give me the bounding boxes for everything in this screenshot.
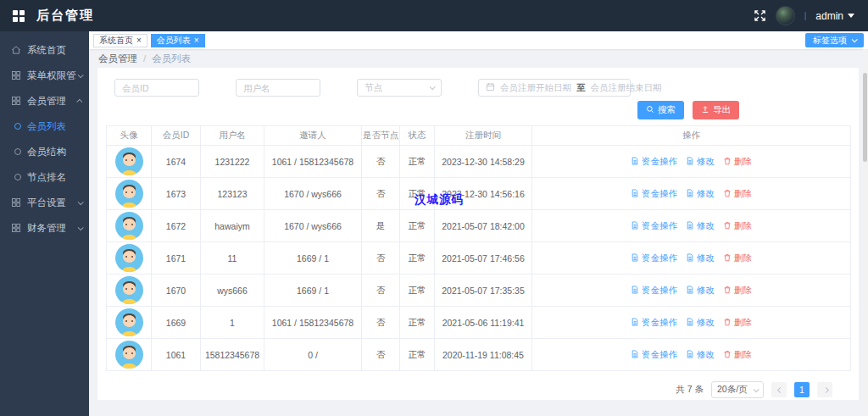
- fund-operation-link[interactable]: 资金操作: [631, 188, 677, 200]
- tab-member-list[interactable]: 会员列表 ×: [151, 34, 205, 47]
- table-row: 1061 15812345678 0 / 否 正常 2020-11-19 11:…: [107, 339, 851, 371]
- fund-operation-link[interactable]: 资金操作: [631, 317, 677, 329]
- next-page-button[interactable]: [817, 382, 832, 397]
- delete-link[interactable]: 删除: [723, 220, 752, 232]
- chevron-right-icon: [822, 386, 828, 392]
- app-logo: 后台管理: [0, 8, 94, 24]
- cell-inviter: 0 /: [264, 339, 362, 371]
- edit-label: 修改: [697, 285, 715, 297]
- document-icon: [686, 253, 694, 263]
- delete-link[interactable]: 删除: [723, 156, 752, 168]
- radio-circle-icon: [14, 174, 21, 180]
- edit-link[interactable]: 修改: [686, 349, 715, 361]
- chevron-down-icon: [78, 199, 84, 205]
- delete-label: 删除: [734, 317, 752, 329]
- edit-link[interactable]: 修改: [686, 317, 715, 329]
- cell-is-node: 否: [362, 339, 400, 371]
- table-row: 1672 hawaiym 1670 / wys666 是 正常 2021-05-…: [107, 210, 851, 242]
- edit-label: 修改: [697, 349, 715, 361]
- cell-is-node: 否: [362, 307, 400, 339]
- breadcrumb-separator: /: [143, 53, 146, 64]
- sidebar-item-platform-settings[interactable]: 平台设置: [0, 190, 89, 215]
- user-menu[interactable]: admin: [815, 10, 854, 22]
- document-icon: [631, 350, 639, 360]
- export-icon: [701, 105, 709, 115]
- member-avatar: [115, 147, 143, 175]
- delete-link[interactable]: 删除: [723, 285, 752, 297]
- radio-circle-icon: [14, 123, 21, 130]
- close-icon[interactable]: ×: [136, 36, 142, 45]
- delete-label: 删除: [734, 156, 752, 168]
- page-size-select[interactable]: 20条/页: [711, 381, 764, 398]
- edit-link[interactable]: 修改: [686, 252, 715, 264]
- cell-status: 正常: [400, 307, 435, 339]
- scrollbar[interactable]: [863, 49, 867, 413]
- sidebar-item-finance-management[interactable]: 财务管理: [0, 215, 89, 241]
- chevron-down-icon: [78, 225, 84, 230]
- sidebar: 系统首页 菜单权限管理 会员管理 会员列表 会员结构 节点排名: [0, 31, 89, 416]
- fund-operation-link[interactable]: 资金操作: [631, 349, 677, 361]
- sidebar-item-member-management[interactable]: 会员管理: [0, 88, 89, 114]
- fund-operation-link[interactable]: 资金操作: [631, 252, 677, 264]
- cell-status: 正常: [400, 178, 435, 210]
- cell-is-node: 否: [362, 178, 400, 210]
- sidebar-item-member-list[interactable]: 会员列表: [0, 114, 89, 139]
- delete-link[interactable]: 删除: [723, 252, 752, 264]
- cell-inviter: 1061 / 15812345678: [264, 146, 362, 178]
- chevron-down-icon: [852, 36, 858, 42]
- app-title: 后台管理: [36, 8, 94, 24]
- prev-page-button[interactable]: [771, 382, 787, 397]
- tag-options-button[interactable]: 标签选项: [805, 33, 864, 47]
- edit-link[interactable]: 修改: [686, 285, 715, 297]
- edit-label: 修改: [697, 156, 715, 168]
- scrollbar-thumb[interactable]: [863, 73, 867, 162]
- table-row: 1673 123123 1670 / wys666 否 正常 2023-12-3…: [107, 178, 851, 210]
- cell-status: 正常: [400, 210, 435, 242]
- document-icon: [686, 318, 694, 328]
- caret-down-icon: [848, 14, 854, 18]
- cell-reg-time: 2023-12-30 14:56:16: [435, 178, 532, 210]
- topbar: 后台管理 | admin: [0, 0, 868, 31]
- cell-status: 正常: [400, 275, 435, 307]
- page-size-label: 20条/页: [717, 384, 748, 396]
- delete-link[interactable]: 删除: [723, 349, 752, 361]
- sidebar-item-node-ranking[interactable]: 节点排名: [0, 164, 89, 190]
- document-icon: [631, 253, 639, 263]
- row-operations: 资金操作 修改 删除: [532, 220, 850, 232]
- delete-link[interactable]: 删除: [723, 188, 752, 200]
- edit-link[interactable]: 修改: [686, 220, 715, 232]
- register-date-range-input[interactable]: 会员注册开始日期 至 会员注册结束日期: [478, 79, 631, 97]
- cell-reg-time: 2021-05-07 17:46:56: [435, 242, 532, 275]
- fullscreen-icon[interactable]: [754, 9, 766, 22]
- sidebar-item-member-structure[interactable]: 会员结构: [0, 139, 89, 164]
- tab-home[interactable]: 系统首页 ×: [93, 34, 147, 47]
- username-input[interactable]: [236, 79, 320, 97]
- sidebar-item-menu-permission[interactable]: 菜单权限管理: [0, 63, 89, 88]
- node-select[interactable]: 节点: [357, 79, 442, 97]
- search-button[interactable]: 搜索: [637, 101, 684, 119]
- export-button[interactable]: 导出: [693, 101, 739, 119]
- member-id-input[interactable]: [114, 79, 199, 97]
- sidebar-item-home[interactable]: 系统首页: [0, 37, 89, 63]
- sidebar-item-label: 会员列表: [27, 120, 82, 133]
- breadcrumb-first[interactable]: 会员管理: [98, 53, 137, 65]
- fund-operation-link[interactable]: 资金操作: [631, 220, 677, 232]
- grid-icon: [11, 223, 21, 233]
- close-icon[interactable]: ×: [194, 36, 199, 45]
- cell-username: hawaiym: [201, 210, 264, 242]
- document-icon: [686, 157, 694, 167]
- grid-icon: [11, 197, 21, 208]
- fund-operation-link[interactable]: 资金操作: [631, 156, 677, 168]
- row-operations: 资金操作 修改 删除: [532, 285, 850, 297]
- col-header-reg-time: 注册时间: [435, 126, 532, 146]
- edit-link[interactable]: 修改: [686, 156, 715, 168]
- col-header-member-id: 会员ID: [152, 126, 201, 146]
- delete-label: 删除: [734, 188, 752, 200]
- row-operations: 资金操作 修改 删除: [532, 188, 850, 200]
- current-page-button[interactable]: 1: [794, 382, 810, 397]
- delete-link[interactable]: 删除: [723, 317, 752, 329]
- fund-operation-link[interactable]: 资金操作: [631, 285, 677, 297]
- sidebar-item-label: 财务管理: [27, 222, 76, 235]
- edit-link[interactable]: 修改: [686, 188, 715, 200]
- user-avatar[interactable]: [776, 6, 795, 25]
